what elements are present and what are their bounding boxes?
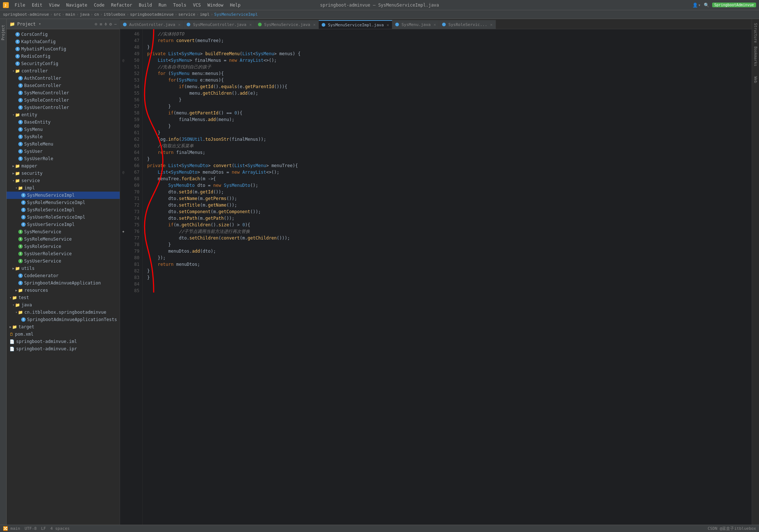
tree-item-sysuser[interactable]: C SysUser	[7, 148, 120, 155]
tree-item-sysrolemenuserviceimpl[interactable]: C SysRoleMenuServiceImpl	[7, 199, 120, 206]
tree-item-cn2[interactable]: ▾ 📁 cn.itbluebox.springbootadminvue	[7, 309, 120, 316]
status-encoding[interactable]: UTF-8	[25, 526, 37, 531]
tree-item-securityconfig[interactable]: C SecurityConfig	[7, 60, 120, 67]
tree-item-springbootapptests[interactable]: C SpringbootAdminvueApplicationTests	[7, 316, 120, 323]
tree-item-redisconfig[interactable]: C RedisConfig	[7, 53, 120, 60]
tree-item-service[interactable]: ▾ 📁 service	[7, 177, 120, 184]
project-tab-button[interactable]: Project	[0, 22, 6, 43]
status-indent[interactable]: 4 spaces	[51, 526, 70, 531]
menu-build[interactable]: Build	[136, 2, 155, 8]
menu-edit[interactable]: Edit	[29, 2, 45, 8]
tree-item-sysroleserviceimpl[interactable]: C SysRoleServiceImpl	[7, 206, 120, 214]
tree-item-springbootipr[interactable]: 📄 springboot-adminvue.ipr	[7, 345, 120, 352]
tree-item-mybatisplusconfig[interactable]: C MybatisPlusConfig	[7, 45, 120, 53]
expand-all-icon[interactable]: ≡	[100, 22, 102, 27]
tree-item-sysmenu[interactable]: C SysMenu	[7, 126, 120, 133]
tree-item-pomxml[interactable]: 🗒 pom.xml	[7, 331, 120, 338]
tree-item-springbootapp[interactable]: C SpringbootAdminvueApplication	[7, 279, 120, 287]
tree-item-baseentity[interactable]: C BaseEntity	[7, 118, 120, 126]
tree-item-utils[interactable]: ▶ 📁 utils	[7, 265, 120, 272]
right-sidebar-bookmarks[interactable]: Bookmarks	[753, 45, 758, 67]
tree-item-sysrolecontroller[interactable]: C SysRoleController	[7, 97, 120, 104]
bc-springboot[interactable]: springboot-adminvue	[3, 12, 49, 17]
tree-item-sysrolemenuservice[interactable]: I SysRoleMenuService	[7, 235, 120, 243]
tree-item-sysmenucontroller[interactable]: C SysMenuController	[7, 89, 120, 97]
tab-sysmenuserviceimpl[interactable]: SysMenuServiceImpl.java ✕	[319, 20, 392, 29]
search-icon[interactable]: 🔍	[704, 3, 709, 8]
tab-sysmenuservice[interactable]: SysMenuService.java ✕	[255, 20, 319, 29]
gutter-65	[120, 156, 127, 162]
tree-item-test[interactable]: ▾ 📁 test	[7, 294, 120, 301]
tree-item-sysuserroleservice[interactable]: I SysUserRoleService	[7, 250, 120, 257]
tree-item-impl[interactable]: ▾ 📁 impl	[7, 184, 120, 192]
status-git[interactable]: 🔀 main	[3, 526, 20, 531]
tree-item-sysroleservice[interactable]: I SysRoleService	[7, 243, 120, 250]
settings-icon[interactable]: ⚙	[109, 22, 112, 27]
tab-close-sysmenuservice[interactable]: ✕	[313, 22, 316, 27]
tab-close-sysmenuserviceimpl[interactable]: ✕	[387, 23, 389, 27]
tree-item-sysuserroleserviceimpl[interactable]: C SysUserRoleServiceImpl	[7, 214, 120, 221]
status-bar: 🔀 main UTF-8 LF 4 spaces CSDN @蓝盒子itblue…	[0, 525, 759, 532]
menu-file[interactable]: File	[12, 2, 28, 8]
tab-close-authcontroller[interactable]: ✕	[178, 22, 181, 27]
tree-item-authcontroller[interactable]: C AuthController	[7, 75, 120, 82]
bc-main[interactable]: main	[66, 12, 75, 17]
user-icon[interactable]: 👤▾	[692, 3, 700, 8]
menu-vcs[interactable]: VCS	[190, 2, 204, 8]
menu-navigate[interactable]: Navigate	[63, 2, 90, 8]
close-panel-icon[interactable]: −	[114, 22, 117, 27]
tab-sysmenu[interactable]: SysMenu.java ✕	[392, 20, 439, 29]
code-line-68: List<SysMenuDto> menuDtos = new ArrayLis…	[147, 169, 752, 176]
tab-close-sysmenu[interactable]: ✕	[434, 22, 436, 27]
bc-itbluebox[interactable]: itbluebox	[104, 12, 126, 17]
menu-refactor[interactable]: Refactor	[108, 2, 135, 8]
tab-authcontroller[interactable]: AuthController.java ✕	[120, 20, 184, 29]
tab-close-sysmenucontroller[interactable]: ✕	[249, 22, 252, 27]
locate-icon[interactable]: ⊙	[95, 22, 97, 27]
status-line-ending[interactable]: LF	[41, 526, 46, 531]
tree-item-sysuserserviceimpl[interactable]: C SysUserServiceImpl	[7, 221, 120, 228]
code-content[interactable]: //实体转DTO return convert(menuTree); } pri…	[143, 29, 752, 532]
menu-tools[interactable]: Tools	[170, 2, 189, 8]
menu-view[interactable]: View	[46, 2, 63, 8]
tree-item-sysuserservice[interactable]: I SysUserService	[7, 257, 120, 265]
right-sidebar-structure[interactable]: Structure	[753, 22, 758, 44]
bc-impl[interactable]: impl	[200, 12, 210, 17]
bc-java[interactable]: java	[80, 12, 90, 17]
tree-item-sysmenuservice[interactable]: I SysMenuService	[7, 228, 120, 235]
menu-help[interactable]: Help	[227, 2, 243, 8]
tree-item-target[interactable]: ▶ 📁 target	[7, 323, 120, 331]
tree-item-basecontroller[interactable]: C BaseController	[7, 82, 120, 89]
tree-item-sysuserrole[interactable]: C SysUserRole	[7, 155, 120, 162]
tree-item-sysusercontroller[interactable]: C SysUserController	[7, 104, 120, 111]
tree-item-codegenerator[interactable]: C CodeGenerator	[7, 272, 120, 279]
bc-springbootadminvue[interactable]: springbootadminvue	[130, 12, 173, 17]
tree-item-kaptchaconfig[interactable]: C KaptchaConfig	[7, 38, 120, 45]
tree-item-corsconfig[interactable]: C CorsConfig	[7, 31, 120, 38]
tab-sysroleservic[interactable]: SysRoleServic... ✕	[439, 20, 496, 29]
menu-window[interactable]: Window	[205, 2, 226, 8]
tab-close-sysroleservic[interactable]: ✕	[490, 22, 493, 27]
tree-item-springbootiml[interactable]: 📄 springboot-adminvue.iml	[7, 338, 120, 345]
tree-item-resources[interactable]: ▶ 📁 resources	[7, 287, 120, 294]
bc-src[interactable]: src	[53, 12, 61, 17]
tree-item-sysrole[interactable]: C SysRole	[7, 133, 120, 140]
menu-code[interactable]: Code	[91, 2, 108, 8]
tree-item-controller[interactable]: ▾ 📁 controller	[7, 67, 120, 75]
bc-cn[interactable]: cn	[94, 12, 99, 17]
bc-sysmenuserviceimpl[interactable]: SysMenuServiceImpl	[214, 12, 258, 17]
tree-item-entity[interactable]: ▾ 📁 entity	[7, 111, 120, 118]
tree-item-security[interactable]: ▶ 📁 security	[7, 170, 120, 177]
tree-item-mapper[interactable]: ▶ 📁 mapper	[7, 162, 120, 170]
tree-item-sysrolemenu[interactable]: C SysRoleMenu	[7, 140, 120, 148]
collapse-all-icon[interactable]: ≑	[104, 22, 107, 27]
gutter-60	[120, 123, 127, 129]
right-sidebar-web[interactable]: Web	[753, 69, 758, 91]
tab-sysmenucontroller[interactable]: SysMenuController.java ✕	[184, 20, 255, 29]
tree-item-sysmenuserviceimpl[interactable]: C SysMenuServiceImpl	[7, 192, 120, 199]
menu-run[interactable]: Run	[156, 2, 169, 8]
bc-service[interactable]: service	[178, 12, 195, 17]
tree-label-cn2: cn.itbluebox.springbootadminvue	[24, 310, 106, 315]
panel-dropdown[interactable]: ▾	[39, 22, 41, 26]
tree-item-java2[interactable]: ▾ 📁 java	[7, 301, 120, 309]
